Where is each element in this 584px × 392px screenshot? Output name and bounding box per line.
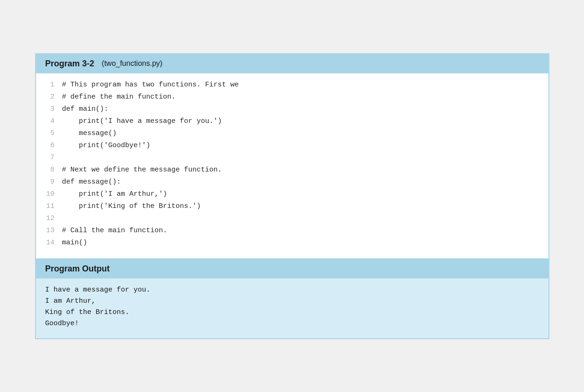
line-content: # define the main function.: [62, 93, 176, 101]
line-number: 6: [45, 142, 62, 150]
line-number: 2: [45, 93, 62, 101]
line-number: 10: [45, 190, 62, 198]
output-line: Goodbye!: [45, 320, 539, 331]
line-content: print('Goodbye!'): [62, 142, 151, 150]
line-content: message(): [62, 129, 117, 137]
line-content: def message():: [62, 178, 121, 186]
program-title: Program 3-2: [45, 59, 94, 69]
line-number: 4: [45, 117, 62, 125]
line-number: 11: [45, 202, 62, 210]
output-title: Program Output: [45, 264, 110, 273]
line-number: 14: [45, 239, 62, 247]
code-line: 7: [45, 154, 539, 166]
line-content: def main():: [62, 105, 108, 113]
program-filename: (two_functions.py): [102, 59, 163, 68]
line-number: 7: [45, 154, 62, 162]
line-content: # Next we define the message function.: [62, 166, 222, 174]
output-line: King of the Britons.: [45, 308, 539, 320]
code-line: 1# This program has two functions. First…: [45, 81, 539, 93]
line-number: 13: [45, 227, 62, 235]
code-line: 14main(): [45, 239, 539, 251]
line-number: 3: [45, 105, 62, 113]
output-header: Program Output: [36, 259, 548, 278]
line-content: # This program has two functions. First …: [62, 81, 239, 89]
program-container: Program 3-2 (two_functions.py) 1# This p…: [35, 53, 549, 339]
output-line: I am Arthur,: [45, 297, 539, 308]
code-line: 4 print('I have a message for you.'): [45, 117, 539, 129]
code-line: 13# Call the main function.: [45, 227, 539, 239]
line-content: print('King of the Britons.'): [62, 202, 201, 210]
code-line: 8# Next we define the message function.: [45, 166, 539, 178]
line-content: print('I have a message for you.'): [62, 117, 222, 125]
code-line: 3def main():: [45, 105, 539, 117]
line-number: 9: [45, 178, 62, 186]
code-line: 11 print('King of the Britons.'): [45, 202, 539, 214]
output-area: I have a message for you.I am Arthur,Kin…: [36, 278, 548, 338]
line-number: 12: [45, 214, 62, 222]
code-line: 10 print('I am Arthur,'): [45, 190, 539, 202]
code-line: 2# define the main function.: [45, 93, 539, 105]
line-number: 8: [45, 166, 62, 174]
line-content: # Call the main function.: [62, 227, 167, 235]
line-number: 5: [45, 129, 62, 137]
program-header: Program 3-2 (two_functions.py): [36, 54, 548, 73]
code-line: 6 print('Goodbye!'): [45, 142, 539, 154]
line-content: main(): [62, 239, 87, 247]
code-line: 5 message(): [45, 129, 539, 142]
code-line: 9def message():: [45, 178, 539, 190]
line-content: print('I am Arthur,'): [62, 190, 167, 198]
code-area: 1# This program has two functions. First…: [36, 73, 548, 259]
output-line: I have a message for you.: [45, 286, 539, 297]
line-number: 1: [45, 81, 62, 89]
code-line: 12: [45, 214, 539, 227]
